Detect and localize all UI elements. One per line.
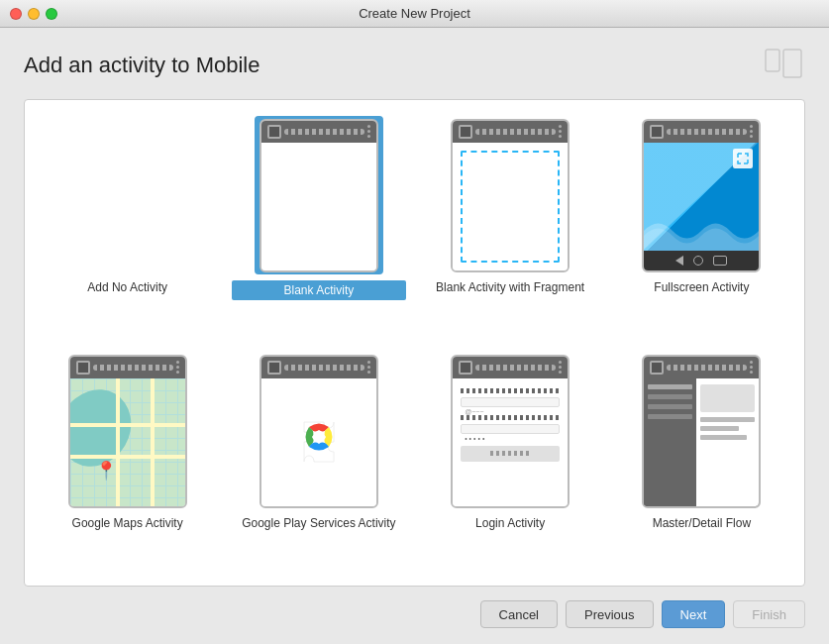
fragment-content <box>453 143 568 270</box>
activity-login[interactable]: @~~~ ••••• Login Activity <box>420 348 601 574</box>
master-mockup <box>642 355 761 508</box>
login-password-field: ••••• <box>461 424 560 434</box>
no-activity-preview <box>63 116 192 274</box>
activity-no-activity[interactable]: Add No Activity <box>37 112 218 338</box>
activity-google-maps[interactable]: 📍 Google Maps Activity <box>37 348 218 574</box>
fullscreen-top-bar <box>644 121 759 143</box>
master-content <box>644 378 759 506</box>
phone-icon <box>762 48 805 83</box>
play-mockup <box>259 355 378 508</box>
play-content <box>261 378 376 506</box>
map-pin: 📍 <box>95 460 117 482</box>
play-label: Google Play Services Activity <box>242 516 395 530</box>
activity-google-play[interactable]: Google Play Services Activity <box>228 348 409 574</box>
maps-preview: 📍 <box>63 352 192 510</box>
next-button[interactable]: Next <box>662 600 726 628</box>
fullscreen-bottom-bar <box>644 251 759 270</box>
master-right-panel <box>696 378 760 506</box>
activity-master-detail[interactable]: Master/Detail Flow <box>611 348 792 574</box>
login-password-label <box>461 415 560 420</box>
maps-mockup: 📍 <box>68 355 187 508</box>
svg-rect-1 <box>783 50 801 77</box>
blank-top-bar <box>261 121 376 143</box>
no-activity-label: Add No Activity <box>87 280 167 294</box>
blank-activity-preview <box>255 116 383 274</box>
fullscreen-content <box>644 143 759 251</box>
master-top-bar <box>644 357 759 378</box>
master-left-panel <box>644 378 695 506</box>
play-top-bar <box>261 357 376 378</box>
activity-fullscreen[interactable]: Fullscreen Activity <box>611 112 792 338</box>
login-button <box>461 446 560 462</box>
fullscreen-label: Fullscreen Activity <box>654 280 749 294</box>
maximize-button[interactable] <box>46 8 57 20</box>
nav-back <box>675 256 683 266</box>
minimize-button[interactable] <box>28 8 40 20</box>
login-top-bar <box>453 357 568 378</box>
header-row: Add an activity to Mobile <box>24 48 805 83</box>
fullscreen-preview <box>637 116 766 274</box>
map-road-v1 <box>116 378 120 506</box>
window-title: Create New Project <box>359 6 470 21</box>
nav-recent <box>713 256 727 266</box>
finish-button: Finish <box>733 600 805 628</box>
login-label: Login Activity <box>475 516 545 530</box>
nav-home <box>693 256 703 266</box>
map-road-v2 <box>151 378 155 506</box>
bottom-bar: Cancel Previous Next Finish <box>24 587 805 628</box>
login-email-field: @~~~ <box>461 397 560 407</box>
fragment-dashed <box>461 151 560 263</box>
window-controls[interactable] <box>10 8 57 20</box>
expand-icon <box>733 149 753 168</box>
cancel-button[interactable]: Cancel <box>480 600 558 628</box>
close-button[interactable] <box>10 8 22 20</box>
blank-content <box>261 143 376 270</box>
activity-blank[interactable]: Blank Activity <box>228 112 409 338</box>
maps-label: Google Maps Activity <box>72 516 183 530</box>
fullscreen-mockup <box>642 119 761 272</box>
blank-fragment-mockup <box>451 119 570 272</box>
map-road-h1 <box>70 423 185 427</box>
activity-grid: Add No Activity <box>24 99 805 587</box>
page-title: Add an activity to Mobile <box>24 53 259 78</box>
blank-mockup <box>259 119 378 272</box>
blank-fragment-preview <box>446 116 574 274</box>
maps-content: 📍 <box>70 378 185 506</box>
login-mockup: @~~~ ••••• <box>451 355 570 508</box>
previous-button[interactable]: Previous <box>566 600 654 628</box>
blank-activity-label: Blank Activity <box>232 280 405 300</box>
master-preview <box>637 352 766 510</box>
map-road-h2 <box>70 455 185 459</box>
login-email-label <box>461 388 560 393</box>
fragment-top-bar <box>453 121 568 143</box>
main-content: Add an activity to Mobile Add No Activit… <box>0 28 829 644</box>
puzzle-svg <box>289 412 349 472</box>
master-detail-label: Master/Detail Flow <box>653 516 751 530</box>
play-preview <box>255 352 383 510</box>
activity-blank-fragment[interactable]: Blank Activity with Fragment <box>420 112 601 338</box>
login-preview: @~~~ ••••• <box>446 352 574 510</box>
wave-svg <box>644 211 759 251</box>
titlebar: Create New Project <box>0 0 829 28</box>
maps-top-bar <box>70 357 185 378</box>
login-content: @~~~ ••••• <box>453 378 568 506</box>
svg-rect-0 <box>766 50 779 71</box>
blank-fragment-label: Blank Activity with Fragment <box>436 280 584 294</box>
